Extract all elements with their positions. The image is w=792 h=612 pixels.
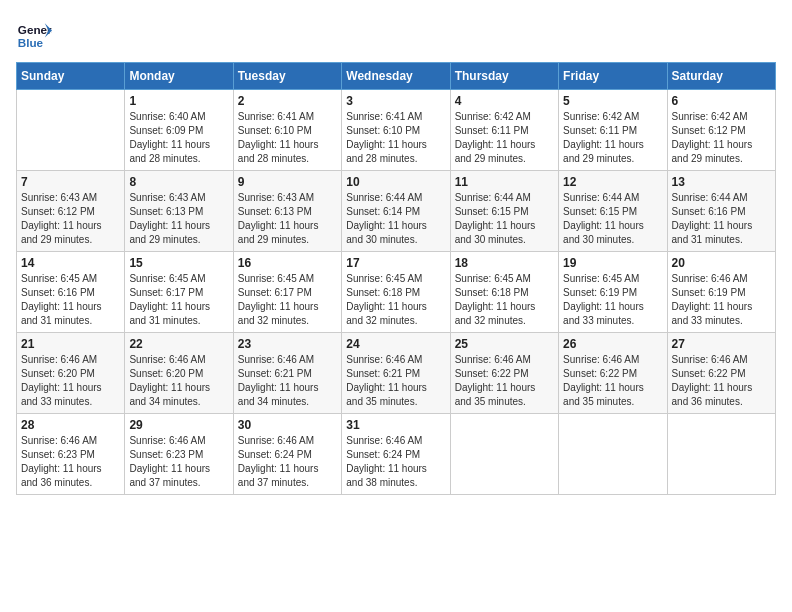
day-detail: Sunrise: 6:46 AM Sunset: 6:23 PM Dayligh… xyxy=(21,434,120,490)
calendar-body: 1Sunrise: 6:40 AM Sunset: 6:09 PM Daylig… xyxy=(17,90,776,495)
day-cell: 27Sunrise: 6:46 AM Sunset: 6:22 PM Dayli… xyxy=(667,333,775,414)
day-cell: 18Sunrise: 6:45 AM Sunset: 6:18 PM Dayli… xyxy=(450,252,558,333)
day-number: 6 xyxy=(672,94,771,108)
header: General Blue xyxy=(16,16,776,52)
day-detail: Sunrise: 6:43 AM Sunset: 6:12 PM Dayligh… xyxy=(21,191,120,247)
week-row-1: 1Sunrise: 6:40 AM Sunset: 6:09 PM Daylig… xyxy=(17,90,776,171)
day-cell: 30Sunrise: 6:46 AM Sunset: 6:24 PM Dayli… xyxy=(233,414,341,495)
day-detail: Sunrise: 6:41 AM Sunset: 6:10 PM Dayligh… xyxy=(238,110,337,166)
day-detail: Sunrise: 6:41 AM Sunset: 6:10 PM Dayligh… xyxy=(346,110,445,166)
day-cell: 10Sunrise: 6:44 AM Sunset: 6:14 PM Dayli… xyxy=(342,171,450,252)
day-detail: Sunrise: 6:44 AM Sunset: 6:15 PM Dayligh… xyxy=(455,191,554,247)
day-number: 20 xyxy=(672,256,771,270)
day-cell: 16Sunrise: 6:45 AM Sunset: 6:17 PM Dayli… xyxy=(233,252,341,333)
logo-icon: General Blue xyxy=(16,16,52,52)
day-number: 17 xyxy=(346,256,445,270)
day-detail: Sunrise: 6:46 AM Sunset: 6:19 PM Dayligh… xyxy=(672,272,771,328)
day-number: 11 xyxy=(455,175,554,189)
day-cell: 21Sunrise: 6:46 AM Sunset: 6:20 PM Dayli… xyxy=(17,333,125,414)
day-header-wednesday: Wednesday xyxy=(342,63,450,90)
day-detail: Sunrise: 6:45 AM Sunset: 6:16 PM Dayligh… xyxy=(21,272,120,328)
day-number: 28 xyxy=(21,418,120,432)
day-cell: 14Sunrise: 6:45 AM Sunset: 6:16 PM Dayli… xyxy=(17,252,125,333)
day-cell: 7Sunrise: 6:43 AM Sunset: 6:12 PM Daylig… xyxy=(17,171,125,252)
day-number: 12 xyxy=(563,175,662,189)
day-detail: Sunrise: 6:46 AM Sunset: 6:24 PM Dayligh… xyxy=(346,434,445,490)
day-cell: 28Sunrise: 6:46 AM Sunset: 6:23 PM Dayli… xyxy=(17,414,125,495)
day-cell: 11Sunrise: 6:44 AM Sunset: 6:15 PM Dayli… xyxy=(450,171,558,252)
week-row-5: 28Sunrise: 6:46 AM Sunset: 6:23 PM Dayli… xyxy=(17,414,776,495)
day-cell: 12Sunrise: 6:44 AM Sunset: 6:15 PM Dayli… xyxy=(559,171,667,252)
day-number: 27 xyxy=(672,337,771,351)
day-cell: 2Sunrise: 6:41 AM Sunset: 6:10 PM Daylig… xyxy=(233,90,341,171)
day-header-sunday: Sunday xyxy=(17,63,125,90)
day-number: 14 xyxy=(21,256,120,270)
day-cell: 8Sunrise: 6:43 AM Sunset: 6:13 PM Daylig… xyxy=(125,171,233,252)
day-detail: Sunrise: 6:43 AM Sunset: 6:13 PM Dayligh… xyxy=(238,191,337,247)
day-number: 23 xyxy=(238,337,337,351)
day-number: 5 xyxy=(563,94,662,108)
day-cell: 4Sunrise: 6:42 AM Sunset: 6:11 PM Daylig… xyxy=(450,90,558,171)
day-number: 9 xyxy=(238,175,337,189)
day-cell: 17Sunrise: 6:45 AM Sunset: 6:18 PM Dayli… xyxy=(342,252,450,333)
day-cell: 29Sunrise: 6:46 AM Sunset: 6:23 PM Dayli… xyxy=(125,414,233,495)
day-cell: 19Sunrise: 6:45 AM Sunset: 6:19 PM Dayli… xyxy=(559,252,667,333)
week-row-4: 21Sunrise: 6:46 AM Sunset: 6:20 PM Dayli… xyxy=(17,333,776,414)
day-number: 3 xyxy=(346,94,445,108)
day-number: 24 xyxy=(346,337,445,351)
day-number: 8 xyxy=(129,175,228,189)
day-cell: 22Sunrise: 6:46 AM Sunset: 6:20 PM Dayli… xyxy=(125,333,233,414)
day-number: 4 xyxy=(455,94,554,108)
day-detail: Sunrise: 6:46 AM Sunset: 6:21 PM Dayligh… xyxy=(346,353,445,409)
day-cell: 15Sunrise: 6:45 AM Sunset: 6:17 PM Dayli… xyxy=(125,252,233,333)
day-number: 18 xyxy=(455,256,554,270)
day-number: 30 xyxy=(238,418,337,432)
day-header-monday: Monday xyxy=(125,63,233,90)
day-detail: Sunrise: 6:46 AM Sunset: 6:22 PM Dayligh… xyxy=(672,353,771,409)
day-number: 2 xyxy=(238,94,337,108)
day-detail: Sunrise: 6:40 AM Sunset: 6:09 PM Dayligh… xyxy=(129,110,228,166)
day-detail: Sunrise: 6:46 AM Sunset: 6:22 PM Dayligh… xyxy=(563,353,662,409)
day-cell: 20Sunrise: 6:46 AM Sunset: 6:19 PM Dayli… xyxy=(667,252,775,333)
day-detail: Sunrise: 6:44 AM Sunset: 6:14 PM Dayligh… xyxy=(346,191,445,247)
day-detail: Sunrise: 6:46 AM Sunset: 6:23 PM Dayligh… xyxy=(129,434,228,490)
day-number: 21 xyxy=(21,337,120,351)
day-header-saturday: Saturday xyxy=(667,63,775,90)
day-detail: Sunrise: 6:43 AM Sunset: 6:13 PM Dayligh… xyxy=(129,191,228,247)
calendar-header: SundayMondayTuesdayWednesdayThursdayFrid… xyxy=(17,63,776,90)
day-cell: 3Sunrise: 6:41 AM Sunset: 6:10 PM Daylig… xyxy=(342,90,450,171)
week-row-2: 7Sunrise: 6:43 AM Sunset: 6:12 PM Daylig… xyxy=(17,171,776,252)
day-number: 1 xyxy=(129,94,228,108)
day-detail: Sunrise: 6:45 AM Sunset: 6:17 PM Dayligh… xyxy=(238,272,337,328)
day-header-tuesday: Tuesday xyxy=(233,63,341,90)
day-detail: Sunrise: 6:45 AM Sunset: 6:19 PM Dayligh… xyxy=(563,272,662,328)
day-cell: 5Sunrise: 6:42 AM Sunset: 6:11 PM Daylig… xyxy=(559,90,667,171)
day-cell: 26Sunrise: 6:46 AM Sunset: 6:22 PM Dayli… xyxy=(559,333,667,414)
day-number: 16 xyxy=(238,256,337,270)
day-number: 29 xyxy=(129,418,228,432)
svg-text:Blue: Blue xyxy=(18,36,44,49)
day-header-friday: Friday xyxy=(559,63,667,90)
day-number: 25 xyxy=(455,337,554,351)
day-detail: Sunrise: 6:44 AM Sunset: 6:15 PM Dayligh… xyxy=(563,191,662,247)
header-row: SundayMondayTuesdayWednesdayThursdayFrid… xyxy=(17,63,776,90)
week-row-3: 14Sunrise: 6:45 AM Sunset: 6:16 PM Dayli… xyxy=(17,252,776,333)
day-cell xyxy=(559,414,667,495)
day-detail: Sunrise: 6:44 AM Sunset: 6:16 PM Dayligh… xyxy=(672,191,771,247)
day-number: 10 xyxy=(346,175,445,189)
day-cell: 31Sunrise: 6:46 AM Sunset: 6:24 PM Dayli… xyxy=(342,414,450,495)
day-header-thursday: Thursday xyxy=(450,63,558,90)
day-detail: Sunrise: 6:46 AM Sunset: 6:21 PM Dayligh… xyxy=(238,353,337,409)
day-detail: Sunrise: 6:42 AM Sunset: 6:12 PM Dayligh… xyxy=(672,110,771,166)
day-number: 13 xyxy=(672,175,771,189)
day-number: 7 xyxy=(21,175,120,189)
day-detail: Sunrise: 6:46 AM Sunset: 6:20 PM Dayligh… xyxy=(21,353,120,409)
day-detail: Sunrise: 6:45 AM Sunset: 6:17 PM Dayligh… xyxy=(129,272,228,328)
day-number: 22 xyxy=(129,337,228,351)
logo: General Blue xyxy=(16,16,52,52)
day-cell: 24Sunrise: 6:46 AM Sunset: 6:21 PM Dayli… xyxy=(342,333,450,414)
day-cell: 23Sunrise: 6:46 AM Sunset: 6:21 PM Dayli… xyxy=(233,333,341,414)
day-detail: Sunrise: 6:42 AM Sunset: 6:11 PM Dayligh… xyxy=(563,110,662,166)
day-detail: Sunrise: 6:46 AM Sunset: 6:22 PM Dayligh… xyxy=(455,353,554,409)
day-cell: 1Sunrise: 6:40 AM Sunset: 6:09 PM Daylig… xyxy=(125,90,233,171)
